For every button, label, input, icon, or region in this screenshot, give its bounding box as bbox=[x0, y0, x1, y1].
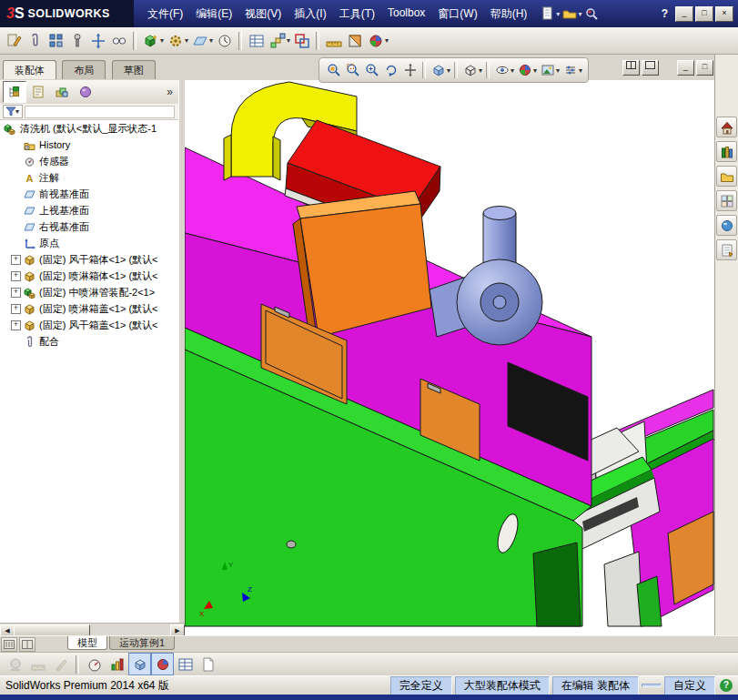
tree-horizontal-scrollbar[interactable]: ◀ ▶ bbox=[0, 623, 185, 635]
displaymanager-icon[interactable] bbox=[74, 81, 97, 103]
expand-icon[interactable]: + bbox=[11, 255, 21, 265]
exploded-view-caret-icon[interactable]: ▾ bbox=[287, 36, 290, 45]
view-orientation-caret-icon[interactable]: ▾ bbox=[447, 66, 450, 75]
expand-icon[interactable]: + bbox=[11, 320, 21, 330]
zoom-in-out-icon[interactable] bbox=[362, 61, 381, 80]
new-motion-study-icon[interactable] bbox=[214, 30, 235, 51]
hide-show-items-caret-icon[interactable]: ▾ bbox=[511, 66, 514, 75]
edit-appearance-icon[interactable] bbox=[365, 30, 386, 51]
view-orientation-icon[interactable] bbox=[429, 61, 448, 80]
menu-edit[interactable]: 编辑(E) bbox=[189, 4, 238, 25]
filter-input[interactable] bbox=[25, 106, 175, 118]
performance-evaluation-icon[interactable] bbox=[83, 653, 106, 675]
datasheet-icon[interactable] bbox=[197, 653, 219, 675]
display-style-icon[interactable] bbox=[460, 61, 480, 80]
configurationmanager-icon[interactable] bbox=[50, 81, 74, 103]
linear-component-pattern-icon[interactable] bbox=[45, 30, 66, 51]
tree-item-annotations[interactable]: A 注解 bbox=[0, 169, 178, 186]
split-view-icon[interactable] bbox=[622, 60, 640, 76]
expand-icon[interactable]: + bbox=[11, 304, 21, 314]
apply-scene-icon[interactable] bbox=[538, 61, 557, 80]
assembly-features-caret-icon[interactable]: ▾ bbox=[185, 36, 188, 45]
tree-item-component-5[interactable]: + (固定) 风干箱盖<1> (默认< bbox=[0, 317, 178, 333]
status-custom[interactable]: 自定义 bbox=[664, 676, 715, 695]
new-document-caret-icon[interactable]: ▾ bbox=[556, 10, 560, 18]
tree-item-origin[interactable]: 原点 bbox=[0, 235, 178, 251]
zoom-to-fit-icon[interactable] bbox=[324, 61, 343, 80]
display-style-caret-icon[interactable]: ▾ bbox=[479, 66, 482, 75]
motionmanager-toggle-icon[interactable] bbox=[1, 637, 17, 652]
filter-caret-icon[interactable]: ▾ bbox=[15, 107, 19, 116]
move-component-icon[interactable] bbox=[87, 30, 108, 51]
view-settings-caret-icon[interactable]: ▾ bbox=[579, 66, 582, 75]
appearance-filter-icon[interactable] bbox=[151, 653, 174, 675]
view-settings-icon[interactable] bbox=[561, 61, 580, 80]
tab-motion-study-1[interactable]: 运动算例1 bbox=[109, 636, 175, 650]
edit-component-icon[interactable] bbox=[4, 30, 25, 51]
tab-assembly[interactable]: 装配体 bbox=[3, 60, 56, 79]
edit-appearance-caret-icon[interactable]: ▾ bbox=[533, 66, 537, 75]
graphics-viewport[interactable]: Y X Z bbox=[185, 80, 714, 635]
insert-components-icon[interactable] bbox=[140, 30, 161, 51]
solidworks-resources-icon[interactable] bbox=[716, 117, 737, 137]
tree-item-component-2[interactable]: + (固定) 喷淋箱体<1> (默认< bbox=[0, 268, 178, 284]
tree-item-sensors[interactable]: 传感器 bbox=[0, 153, 178, 169]
tree-item-front-plane[interactable]: 前视基准面 bbox=[0, 186, 178, 202]
edit-appearance-icon[interactable] bbox=[515, 61, 534, 80]
file-explorer-icon[interactable] bbox=[716, 166, 737, 187]
insert-components-caret-icon[interactable]: ▾ bbox=[160, 36, 164, 45]
mass-properties-icon[interactable] bbox=[4, 653, 26, 675]
bill-of-materials-icon[interactable] bbox=[246, 30, 267, 51]
help-button[interactable]: ? bbox=[656, 7, 673, 20]
open-document-icon[interactable] bbox=[561, 5, 579, 23]
maximize-button[interactable]: □ bbox=[695, 6, 713, 22]
splitter-toggle-icon[interactable] bbox=[19, 637, 35, 652]
view-palette-icon[interactable] bbox=[716, 190, 737, 211]
menu-insert[interactable]: 插入(I) bbox=[288, 4, 332, 25]
panel-overflow-button[interactable]: » bbox=[167, 86, 173, 98]
menu-file[interactable]: 文件(F) bbox=[141, 4, 189, 25]
measure-icon[interactable] bbox=[323, 30, 344, 51]
section-view-icon[interactable] bbox=[344, 30, 365, 51]
tree-item-root[interactable]: 清洗机 (默认<默认_显示状态-1 bbox=[0, 120, 178, 137]
rotate-view-icon[interactable] bbox=[381, 61, 400, 80]
tree-item-mates[interactable]: 配合 bbox=[0, 333, 178, 350]
appearances-scenes-icon[interactable] bbox=[716, 215, 737, 236]
apply-scene-caret-icon[interactable]: ▾ bbox=[556, 66, 560, 75]
solidworks-search-icon[interactable] bbox=[582, 5, 601, 23]
exploded-view-icon[interactable] bbox=[267, 30, 288, 51]
propertymanager-icon[interactable] bbox=[26, 81, 50, 103]
pan-icon[interactable] bbox=[400, 61, 420, 80]
hide-show-items-icon[interactable] bbox=[492, 61, 511, 80]
interference-detection-icon[interactable] bbox=[291, 30, 312, 51]
edit-appearance-caret-icon[interactable]: ▾ bbox=[385, 36, 389, 45]
tab-sketch[interactable]: 草图 bbox=[112, 60, 156, 79]
menu-tools[interactable]: 工具(T) bbox=[333, 4, 381, 25]
expand-icon[interactable]: + bbox=[11, 288, 21, 298]
custom-properties-icon[interactable] bbox=[716, 239, 737, 260]
expand-icon[interactable]: + bbox=[11, 271, 21, 281]
assembly-features-icon[interactable] bbox=[165, 30, 186, 51]
status-large-assembly-mode[interactable]: 大型装配体模式 bbox=[455, 676, 550, 695]
display-states-icon[interactable] bbox=[128, 653, 151, 675]
open-document-caret-icon[interactable]: ▾ bbox=[578, 10, 581, 18]
restore-document-icon[interactable]: □ bbox=[696, 60, 713, 76]
full-screen-icon[interactable] bbox=[642, 60, 659, 76]
mate-icon[interactable] bbox=[25, 30, 45, 51]
tree-item-component-1[interactable]: + (固定) 风干箱体<1> (默认< bbox=[0, 251, 178, 268]
bom-table-icon[interactable] bbox=[174, 653, 197, 675]
markup-icon[interactable] bbox=[49, 653, 72, 675]
panel-splitter[interactable] bbox=[178, 80, 185, 623]
tree-item-right-plane[interactable]: 右视基准面 bbox=[0, 218, 178, 235]
smart-fasteners-icon[interactable] bbox=[66, 30, 87, 51]
menu-toolbox[interactable]: Toolbox bbox=[381, 4, 431, 25]
tab-model[interactable]: 模型 bbox=[67, 636, 107, 650]
tree-item-history[interactable]: History bbox=[0, 137, 178, 153]
status-help-icon[interactable]: ? bbox=[720, 679, 733, 692]
assembly-model[interactable]: Y X Z bbox=[185, 80, 714, 635]
reference-geometry-icon[interactable] bbox=[189, 30, 210, 51]
zoom-to-area-icon[interactable] bbox=[343, 61, 362, 80]
menu-view[interactable]: 视图(V) bbox=[238, 4, 288, 25]
filter-funnel-icon[interactable]: ▾ bbox=[3, 105, 23, 118]
design-library-icon[interactable] bbox=[716, 141, 737, 162]
